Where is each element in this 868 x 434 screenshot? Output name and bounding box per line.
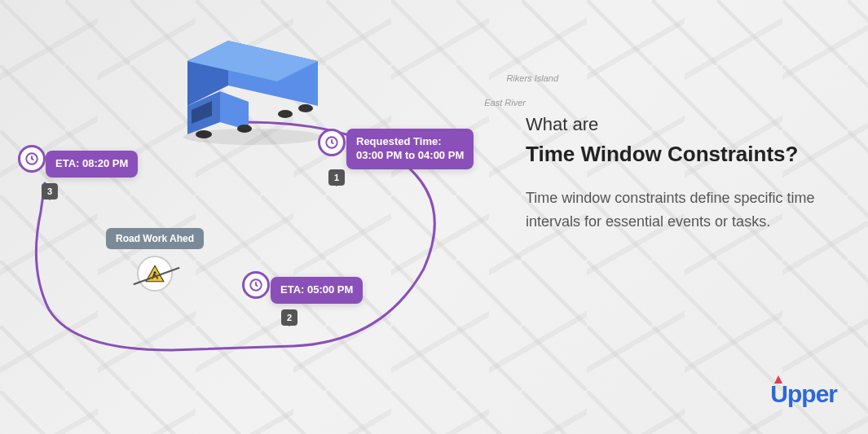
stop-marker-2: 2 — [281, 309, 297, 326]
map-location-label: Rikers Island — [506, 73, 558, 83]
heading-small: What are — [526, 114, 835, 135]
roadwork-icon — [137, 256, 173, 292]
svg-point-15 — [153, 271, 156, 274]
stop-marker-1: 1 — [328, 169, 345, 186]
eta-badge-3: ETA: 08:20 PM — [46, 151, 138, 178]
map-location-label: East River — [484, 98, 526, 107]
logo-arrow-icon: U — [770, 380, 787, 408]
description-text: Time window constraints define specific … — [526, 186, 835, 234]
svg-point-9 — [298, 104, 313, 112]
roadwork-callout: Road Work Ahed — [106, 228, 204, 292]
requested-time-value: 03:00 PM to 04:00 PM — [356, 149, 464, 163]
clock-icon — [242, 271, 270, 299]
truck-icon — [171, 33, 334, 147]
clock-icon — [318, 129, 346, 156]
svg-point-10 — [183, 129, 322, 145]
upper-logo: Upper — [770, 380, 837, 408]
stop-marker-3: 3 — [42, 183, 58, 199]
text-panel: What are Time Window Constraints? Time w… — [526, 114, 835, 234]
eta-badge-2: ETA: 05:00 PM — [271, 277, 363, 304]
heading-large: Time Window Constraints? — [526, 142, 835, 167]
requested-time-title: Requested Time: — [356, 135, 464, 149]
svg-point-8 — [278, 110, 293, 118]
logo-text: pper — [787, 380, 837, 407]
requested-time-badge: Requested Time: 03:00 PM to 04:00 PM — [346, 129, 474, 169]
svg-marker-4 — [220, 91, 249, 130]
roadwork-label: Road Work Ahed — [106, 228, 204, 249]
clock-icon — [18, 145, 46, 173]
